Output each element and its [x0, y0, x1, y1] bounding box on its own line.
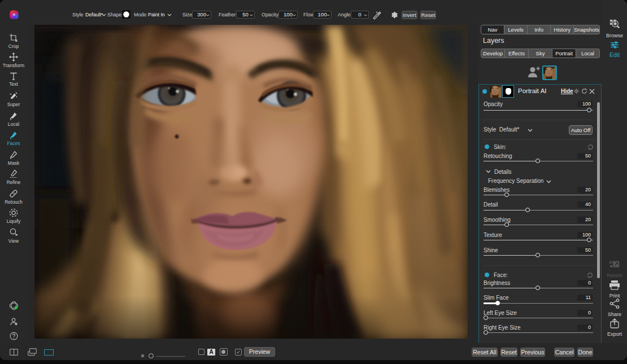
svg-text:AI: AI: [609, 260, 613, 264]
